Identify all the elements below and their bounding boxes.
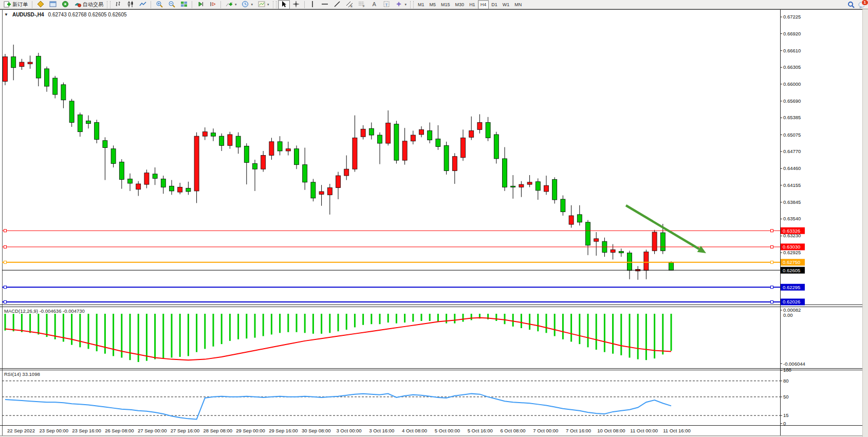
text-tool-button[interactable]: A [368,0,380,9]
crosshair-tool-button[interactable] [290,0,302,9]
line-drag-handle[interactable] [4,286,7,289]
line-drag-handle[interactable] [771,245,773,248]
cursor-tool-button[interactable] [278,0,290,9]
community-chat-icon[interactable]: 1 [858,1,866,9]
candle-body [228,135,232,145]
candle-body [644,252,649,270]
candle-body [202,132,207,137]
arrows-tool-button[interactable]: ▾ [393,0,409,9]
candle-body [45,69,49,86]
time-axis[interactable]: 22 Sep 202223 Sep 00:0023 Sep 16:0026 Se… [7,428,691,433]
svg-text:0.62925: 0.62925 [783,250,801,255]
time-axis-label: 29 Sep 16:00 [269,428,298,433]
candle-body [95,122,99,139]
equidistant-channel-tool-button[interactable]: E [344,0,356,9]
line-chart-button[interactable] [137,0,149,9]
candle-body [78,115,82,132]
svg-text:0.63326: 0.63326 [783,228,800,234]
candle-body [411,135,415,141]
candle-body [486,122,490,138]
svg-text:0.63540: 0.63540 [783,216,801,221]
candle-body [519,184,524,187]
line-drag-handle[interactable] [771,300,773,303]
time-axis-label: 27 Sep 16:00 [171,428,200,433]
chart-title: ▼ AUDUSD-,H4 0.62743 0.62768 0.62605 0.6… [4,12,127,17]
time-axis-label: 26 Sep 08:00 [105,428,134,433]
timeframe-button-h4[interactable]: H4 [478,0,489,9]
timeframe-button-mn[interactable]: MN [512,0,524,9]
chart-shift-icon [209,1,216,8]
time-axis-label: 23 Sep 16:00 [72,428,101,433]
periods-button[interactable]: ▾ [239,0,255,9]
fibonacci-tool-button[interactable]: F [356,0,368,9]
navigator-button[interactable] [47,0,59,9]
auto-scroll-button[interactable] [194,0,206,9]
time-axis-label: 7 Oct 00:00 [533,428,558,433]
timeframe-button-m30[interactable]: M30 [453,0,467,9]
indicators-icon [225,1,233,8]
chart-window[interactable]: ▼ AUDUSD-,H4 0.62743 0.62768 0.62605 0.6… [0,9,868,437]
svg-text:0.67225: 0.67225 [783,14,801,20]
new-order-label: 新订单 [12,1,28,8]
indicators-dropdown-arrow[interactable]: ▾ [235,3,237,7]
chart-plot-area[interactable]: 0.672250.669200.666100.663050.660000.656… [0,9,868,437]
chart-shift-button[interactable] [207,0,218,9]
line-drag-handle[interactable] [771,286,773,289]
svg-text:15: 15 [783,412,789,418]
chart-collapse-icon[interactable]: ▼ [4,12,8,17]
auto-trading-button[interactable]: 自动交易 [71,0,105,9]
timeframe-button-m15[interactable]: M15 [438,0,453,9]
candle-body [577,215,582,222]
line-drag-handle[interactable] [4,230,7,232]
templates-dropdown-arrow[interactable]: ▾ [267,3,269,7]
periods-dropdown-arrow[interactable]: ▾ [251,3,253,7]
candle-body [253,164,257,169]
bar-chart-button[interactable] [112,0,124,9]
candle-body [36,56,41,78]
terminal-button[interactable] [59,0,71,9]
new-order-button[interactable]: 新订单 [1,0,30,9]
line-drag-handle[interactable] [4,261,7,263]
candle-body [53,78,58,94]
arrows-dropdown-arrow[interactable]: ▾ [405,3,407,7]
line-drag-handle[interactable] [771,230,773,232]
candlestick-chart-button[interactable] [124,0,136,9]
text-label-tool-button[interactable]: T [381,0,393,9]
candle-body [428,131,432,140]
zoom-out-button[interactable] [165,0,177,9]
candle-body [20,62,24,67]
timeframe-button-w1[interactable]: W1 [500,0,512,9]
candle-body [278,142,282,151]
time-axis-label: 29 Sep 00:00 [236,428,265,433]
svg-text:F: F [363,5,365,8]
timeframe-button-h1[interactable]: H1 [467,0,478,9]
macd-axis-zero: 0.00 [783,312,793,318]
timeframe-button-m5[interactable]: M5 [427,0,439,9]
navigator-icon [49,1,57,8]
timeframe-button-m1[interactable]: M1 [415,0,427,9]
trendline-tool-button[interactable] [331,0,343,9]
candle-body [69,101,74,123]
svg-text:0.64770: 0.64770 [783,148,801,154]
zoom-in-button[interactable] [153,0,165,9]
price-axis[interactable]: 0.672250.669200.666100.663050.660000.656… [780,14,801,255]
vertical-line-tool-button[interactable] [307,0,319,9]
candle-body [261,156,266,169]
horizontal-line-tool-button[interactable] [319,0,331,9]
search-icon[interactable] [847,1,855,9]
candle-body [419,129,424,135]
svg-text:0.62750: 0.62750 [783,259,800,265]
candle-body [136,184,141,189]
tile-windows-button[interactable] [178,0,190,9]
time-axis-label: 22 Sep 2022 [7,428,35,433]
timeframe-button-d1[interactable]: D1 [489,0,500,9]
templates-button[interactable]: ▾ [255,0,271,9]
line-drag-handle[interactable] [4,245,7,248]
indicators-button[interactable]: ▾ [223,0,239,9]
svg-text:0.62026: 0.62026 [783,299,800,305]
line-drag-handle[interactable] [771,261,773,263]
line-drag-handle[interactable] [4,300,7,303]
tile-windows-icon [180,1,188,8]
market-watch-button[interactable] [34,0,46,9]
candle-body [503,159,507,187]
